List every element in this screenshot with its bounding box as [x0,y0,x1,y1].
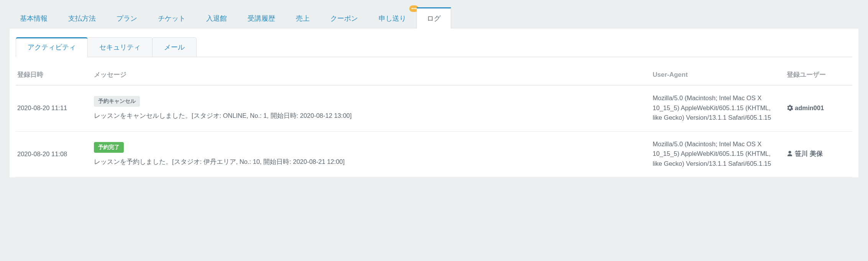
subtab-activity[interactable]: アクティビティ [16,37,88,57]
user-name: admin001 [795,104,824,111]
cell-message: 予約完了 レッスンを予約しました。[スタジオ: 伊丹エリア, No.: 10, … [92,131,651,177]
tab-label: クーポン [330,15,358,22]
tab-label: ログ [427,15,441,22]
message-text: レッスンをキャンセルしました。[スタジオ: ONLINE, No.: 1, 開始… [94,112,352,119]
main-tabs: 基本情報 支払方法 プラン チケット 入退館 受講履歴 売上 クーポン 申し送り… [10,7,858,28]
table-row: 2020-08-20 11:11 予約キャンセル レッスンをキャンセルしました。… [16,85,852,131]
tab-label: 売上 [296,15,310,22]
tab-label: 申し送り [379,15,406,22]
cell-message: 予約キャンセル レッスンをキャンセルしました。[スタジオ: ONLINE, No… [92,85,651,131]
cell-user: admin001 [785,85,852,131]
cell-user-agent: Mozilla/5.0 (Macintosh; Intel Mac OS X 1… [651,85,785,131]
tab-label: 入退館 [206,15,227,22]
th-user: 登録ユーザー [785,68,852,85]
cell-user-agent: Mozilla/5.0 (Macintosh; Intel Mac OS X 1… [651,131,785,177]
tab-basic-info[interactable]: 基本情報 [10,7,58,28]
subtab-security[interactable]: セキュリティ [87,37,153,57]
subtab-label: メール [164,43,185,51]
log-table: 登録日時 メッセージ User-Agent 登録ユーザー 2020-08-20 … [16,68,852,177]
status-badge: 予約キャンセル [94,96,140,107]
status-badge: 予約完了 [94,142,124,153]
user-name: 笹川 美保 [795,150,823,157]
tab-log[interactable]: ログ [417,7,451,28]
th-user-agent: User-Agent [651,68,785,85]
subtab-label: セキュリティ [99,43,141,51]
cell-date: 2020-08-20 11:08 [16,131,92,177]
message-text: レッスンを予約しました。[スタジオ: 伊丹エリア, No.: 10, 開始日時:… [94,158,345,165]
cell-user: 笹川 美保 [785,131,852,177]
sub-tabs: アクティビティ セキュリティ メール [16,37,852,57]
tab-coupon[interactable]: クーポン [320,7,368,28]
gear-icon [787,105,793,111]
tab-history[interactable]: 受講履歴 [237,7,286,28]
table-row: 2020-08-20 11:08 予約完了 レッスンを予約しました。[スタジオ:… [16,131,852,177]
tab-label: 支払方法 [68,15,96,22]
subtab-mail[interactable]: メール [152,37,197,57]
tab-plan[interactable]: プラン [106,7,148,28]
tab-payment[interactable]: 支払方法 [58,7,106,28]
tab-label: 受講履歴 [248,15,275,22]
subtab-label: アクティビティ [28,43,76,51]
tab-notes[interactable]: 申し送り ••• [368,7,417,28]
tab-label: 基本情報 [20,15,48,22]
user-icon [787,150,793,157]
tab-ticket[interactable]: チケット [148,7,196,28]
tab-label: プラン [116,15,137,22]
log-panel: アクティビティ セキュリティ メール 登録日時 メッセージ User-Agent… [10,28,858,177]
th-message: メッセージ [92,68,651,85]
cell-date: 2020-08-20 11:11 [16,85,92,131]
th-date: 登録日時 [16,68,92,85]
tab-label: チケット [158,15,185,22]
tab-entry[interactable]: 入退館 [196,7,237,28]
tab-sales[interactable]: 売上 [286,7,320,28]
